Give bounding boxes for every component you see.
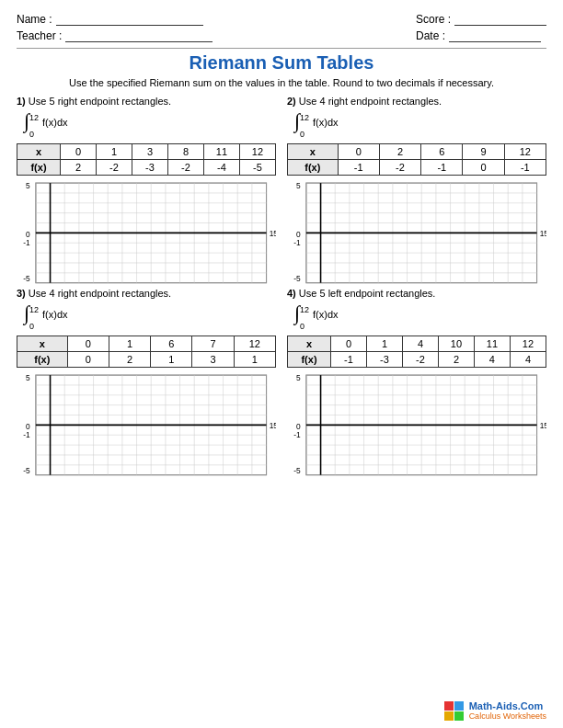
svg-text:-1: -1 [23, 238, 30, 247]
teacher-line: Teacher : [17, 29, 213, 42]
table-cell: f(x) [288, 160, 339, 176]
svg-text:-5: -5 [23, 274, 30, 283]
problem-number: 3) [17, 288, 26, 299]
logo-grid [444, 701, 464, 721]
name-label: Name : [17, 13, 52, 26]
integral-expr: f(x)dx [42, 117, 68, 128]
table-cell: 1 [151, 352, 192, 368]
data-table-4: x014101112f(x)-1-3-2244 [287, 336, 546, 368]
logo-cell-1 [444, 701, 454, 711]
table-cell: f(x) [17, 160, 61, 176]
integral-limits: 12 0 [300, 113, 309, 139]
svg-text:0: 0 [296, 230, 301, 239]
table-cell: 1 [109, 336, 150, 352]
graph-4: 05-5-115 [287, 373, 546, 472]
svg-text:15: 15 [270, 229, 276, 238]
integral-limits: 12 0 [29, 113, 39, 139]
table-cell: -2 [96, 160, 132, 176]
table-cell: x [288, 336, 331, 352]
table-cell: -3 [366, 352, 402, 368]
table-cell: f(x) [17, 352, 68, 368]
date-input [449, 29, 541, 42]
integral-lower: 0 [300, 322, 309, 331]
integral-expr: f(x)dx [42, 309, 68, 320]
name-input [56, 13, 203, 26]
footer: Math-Aids.Com Calculus Worksheets [444, 700, 546, 721]
svg-text:-5: -5 [293, 466, 301, 475]
page-title: Riemann Sum Tables [17, 52, 546, 74]
score-label: Score : [416, 13, 451, 26]
table-cell: 0 [67, 352, 109, 368]
graph-3: 05-5-115 [17, 373, 276, 472]
table-cell: -1 [421, 160, 463, 176]
table-cell: 4 [402, 336, 438, 352]
score-input [454, 13, 546, 26]
table-cell: 8 [167, 144, 203, 160]
table-cell: -5 [239, 160, 275, 176]
table-cell: 2 [379, 144, 420, 160]
svg-text:5: 5 [26, 181, 30, 190]
svg-text:15: 15 [540, 421, 546, 430]
site-name: Math-Aids.Com [469, 700, 544, 711]
table-cell: -2 [402, 352, 438, 368]
table-cell: 1 [96, 144, 132, 160]
table-cell: x [17, 144, 61, 160]
logo-cell-2 [454, 701, 464, 711]
table-cell: 11 [203, 144, 239, 160]
integral-lower: 0 [29, 322, 39, 331]
problems-grid: 1) Use 5 right endpoint rectangles. ∫ 12… [17, 96, 546, 472]
svg-text:5: 5 [26, 373, 30, 382]
logo-cell-4 [454, 711, 464, 721]
table-cell: 12 [504, 144, 546, 160]
table-cell: 0 [338, 144, 379, 160]
problem-4-header: 4) Use 5 left endpoint rectangles. [287, 288, 546, 299]
integral-upper: 12 [29, 305, 39, 314]
table-cell: 0 [463, 160, 504, 176]
table-cell: 2 [438, 352, 474, 368]
table-cell: 9 [463, 144, 504, 160]
integral-2: ∫ 12 0 f(x)dx [294, 111, 546, 139]
table-cell: x [17, 336, 68, 352]
svg-text:0: 0 [26, 422, 30, 431]
table-cell: -1 [504, 160, 546, 176]
score-line: Score : [416, 13, 546, 26]
table-cell: 1 [234, 352, 275, 368]
header-divider [17, 48, 546, 49]
integral-3: ∫ 12 0 f(x)dx [24, 303, 276, 331]
graph-1: 05-5-115 [17, 181, 276, 280]
header-left: Name : Teacher : [17, 13, 213, 42]
integral-4: ∫ 12 0 f(x)dx [294, 303, 546, 331]
table-cell: 2 [61, 160, 97, 176]
graph-svg: 05-5-115 [287, 373, 546, 477]
problem-number: 1) [17, 96, 26, 107]
graph-svg: 05-5-115 [17, 181, 276, 285]
svg-text:-5: -5 [23, 466, 30, 475]
integral-upper: 12 [300, 305, 309, 314]
integral-expr: f(x)dx [313, 117, 339, 128]
footer-logo: Math-Aids.Com Calculus Worksheets [469, 700, 546, 721]
teacher-input [65, 29, 213, 42]
svg-text:-1: -1 [293, 430, 301, 439]
table-cell: 0 [67, 336, 109, 352]
data-table-2: x026912f(x)-1-2-10-1 [287, 143, 546, 176]
site-sub: Calculus Worksheets [469, 711, 546, 721]
page: Name : Teacher : Score : Date : Riemann … [0, 0, 563, 728]
date-line: Date : [416, 29, 546, 42]
problem-3-header: 3) Use 4 right endpoint rectangles. [17, 288, 276, 299]
date-label: Date : [416, 29, 445, 42]
svg-text:0: 0 [296, 422, 301, 431]
table-cell: 12 [239, 144, 275, 160]
integral-limits: 12 0 [300, 305, 309, 331]
integral-upper: 12 [29, 113, 39, 122]
table-cell: 11 [474, 336, 510, 352]
svg-text:5: 5 [296, 373, 301, 382]
problem-1: 1) Use 5 right endpoint rectangles. ∫ 12… [17, 96, 276, 280]
svg-text:-1: -1 [293, 238, 301, 247]
header: Name : Teacher : Score : Date : [17, 13, 546, 42]
table-cell: -2 [167, 160, 203, 176]
data-table-3: x016712f(x)02131 [17, 336, 276, 368]
integral-lower: 0 [300, 130, 309, 139]
table-cell: 3 [132, 144, 167, 160]
table-cell: 12 [234, 336, 275, 352]
problem-2: 2) Use 4 right endpoint rectangles. ∫ 12… [287, 96, 546, 280]
